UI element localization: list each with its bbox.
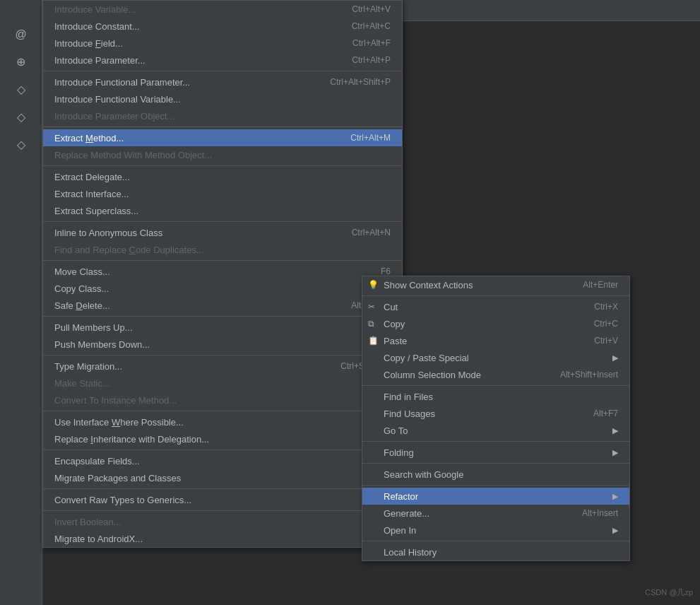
menu-sep-4	[43, 221, 402, 222]
menu-copy-class[interactable]: Copy Class... F5	[43, 280, 402, 297]
menu-pull-members-up[interactable]: Pull Members Up...	[43, 319, 402, 336]
menu-r-paste[interactable]: 📋 Paste Ctrl+V	[362, 332, 629, 349]
menu-label-convert-raw-types: Convert Raw Types to Generics...	[54, 495, 191, 505]
menu-r-find-in-files[interactable]: Find in Files	[362, 388, 629, 405]
menu-label-migrate-packages: Migrate Packages and Classes	[54, 473, 181, 483]
menu-r-label-find-usages: Find Usages	[384, 409, 435, 419]
sidebar-icon-2[interactable]: ⊕	[16, 55, 25, 69]
menu-introduce-parameter-object[interactable]: Introduce Parameter Object...	[43, 107, 402, 124]
menu-replace-inheritance[interactable]: Replace Inheritance with Delegation...	[43, 430, 402, 447]
menu-r-find-usages[interactable]: Find Usages Alt+F7	[362, 405, 629, 422]
menu-label-pull-members-up: Pull Members Up...	[54, 322, 133, 333]
menu-r-generate[interactable]: Generate... Alt+Insert	[362, 505, 629, 522]
sidebar-icon-3[interactable]: ◇	[17, 83, 25, 96]
menu-label-introduce-field: Introduce Field...	[54, 38, 123, 49]
menu-convert-raw-types[interactable]: Convert Raw Types to Generics...	[43, 491, 402, 508]
menu-r-copy-paste-special[interactable]: Copy / Paste Special ▶	[362, 349, 629, 366]
menu-migrate-to-android[interactable]: Migrate to AndroidX...	[43, 530, 402, 547]
menu-shortcut-extract-method: Ctrl+Alt+M	[350, 133, 391, 143]
sidebar-icon-1[interactable]: @	[15, 28, 26, 41]
menu-introduce-functional-variable[interactable]: Introduce Functional Variable...	[43, 90, 402, 107]
cut-icon: ✂	[368, 302, 375, 312]
menu-introduce-variable[interactable]: Introduce Variable... Ctrl+Alt+V	[43, 1, 402, 18]
context-menu-right: 💡 Show Context Actions Alt+Enter ✂ Cut C…	[362, 276, 630, 561]
menu-r-arrow-refactor: ▶	[612, 492, 618, 501]
menu-encapsulate-fields[interactable]: Encapsulate Fields...	[43, 452, 402, 469]
menu-extract-interface[interactable]: Extract Interface...	[43, 185, 402, 202]
menu-r-open-in[interactable]: Open In ▶	[362, 522, 629, 539]
menu-r-column-selection[interactable]: Column Selection Mode Alt+Shift+Insert	[362, 366, 629, 383]
paste-icon: 📋	[368, 336, 379, 346]
menu-r-refactor[interactable]: Refactor ▶	[362, 488, 629, 505]
menu-label-convert-to-instance: Convert To Instance Method...	[54, 395, 177, 406]
menu-r-label-find-in-files: Find in Files	[384, 392, 433, 402]
menu-introduce-functional-parameter[interactable]: Introduce Functional Parameter... Ctrl+A…	[43, 74, 402, 90]
menu-label-type-migration: Type Migration...	[54, 361, 122, 372]
menu-label-extract-delegate: Extract Delegate...	[54, 172, 130, 182]
sidebar-icon-4[interactable]: ◇	[17, 110, 25, 124]
menu-r-folding[interactable]: Folding ▶	[362, 444, 629, 461]
menu-invert-boolean[interactable]: Invert Boolean...	[43, 513, 402, 530]
menu-r-arrow-go-to: ▶	[612, 426, 618, 435]
menu-shortcut-introduce-variable: Ctrl+Alt+V	[352, 4, 391, 14]
menu-extract-superclass[interactable]: Extract Superclass...	[43, 202, 402, 219]
menu-introduce-constant[interactable]: Introduce Constant... Ctrl+Alt+C	[43, 18, 402, 35]
menu-extract-delegate[interactable]: Extract Delegate...	[43, 168, 402, 185]
menu-sep-3	[43, 165, 402, 166]
menu-r-sep-6	[362, 541, 629, 541]
menu-label-migrate-to-android: Migrate to AndroidX...	[54, 534, 143, 544]
menu-r-label-generate: Generate...	[384, 508, 429, 519]
sidebar-icon-5[interactable]: ◇	[17, 138, 25, 151]
menu-push-members-down[interactable]: Push Members Down...	[43, 336, 402, 353]
menu-label-introduce-variable: Introduce Variable...	[54, 4, 136, 15]
menu-label-make-static: Make Static...	[54, 378, 110, 389]
menu-safe-delete[interactable]: Safe Delete... Alt+Delete	[43, 297, 402, 314]
menu-migrate-packages[interactable]: Migrate Packages and Classes ▶	[43, 469, 402, 486]
menu-introduce-field[interactable]: Introduce Field... Ctrl+Alt+F	[43, 35, 402, 52]
menu-r-go-to[interactable]: Go To ▶	[362, 422, 629, 439]
watermark: CSDN @几zp	[645, 587, 693, 598]
menu-type-migration[interactable]: Type Migration... Ctrl+Shift+F6	[43, 358, 402, 375]
menu-r-show-context-actions[interactable]: 💡 Show Context Actions Alt+Enter	[362, 276, 629, 293]
menu-extract-method[interactable]: Extract Method... Ctrl+Alt+M	[43, 129, 402, 146]
menu-r-label-go-to: Go To	[384, 425, 408, 436]
menu-r-label-show-context-actions: Show Context Actions	[384, 280, 473, 290]
menu-r-local-history[interactable]: Local History	[362, 544, 629, 560]
menu-r-shortcut-paste: Ctrl+V	[594, 336, 618, 346]
menu-move-class[interactable]: Move Class... F6	[43, 263, 402, 280]
menu-find-replace-duplicates[interactable]: Find and Replace Code Duplicates...	[43, 241, 402, 258]
menu-r-shortcut-column-selection: Alt+Shift+Insert	[560, 370, 618, 380]
menu-shortcut-inline-anonymous: Ctrl+Alt+N	[352, 228, 391, 237]
menu-label-replace-inheritance: Replace Inheritance with Delegation...	[54, 434, 209, 445]
menu-shortcut-introduce-parameter: Ctrl+Alt+P	[352, 55, 391, 65]
menu-shortcut-introduce-functional-parameter: Ctrl+Alt+Shift+P	[330, 77, 391, 87]
menu-make-static[interactable]: Make Static...	[43, 375, 402, 392]
menu-sep-10	[43, 488, 402, 489]
menu-r-label-paste: Paste	[384, 336, 407, 346]
menu-r-sep-5	[362, 485, 629, 486]
menu-label-introduce-parameter: Introduce Parameter...	[54, 55, 146, 66]
menu-replace-method[interactable]: Replace Method With Method Object...	[43, 146, 402, 163]
menu-label-introduce-functional-parameter: Introduce Functional Parameter...	[54, 77, 190, 88]
menu-convert-to-instance[interactable]: Convert To Instance Method...	[43, 392, 402, 409]
menu-label-introduce-functional-variable: Introduce Functional Variable...	[54, 94, 181, 105]
menu-r-shortcut-copy: Ctrl+C	[594, 319, 618, 329]
menu-r-search-google[interactable]: Search with Google	[362, 466, 629, 483]
menu-sep-6	[43, 316, 402, 317]
menu-label-find-replace-duplicates: Find and Replace Code Duplicates...	[54, 245, 204, 255]
menu-r-cut[interactable]: ✂ Cut Ctrl+X	[362, 298, 629, 315]
menu-shortcut-introduce-field: Ctrl+Alt+F	[352, 38, 391, 48]
menu-r-label-folding: Folding	[384, 447, 414, 458]
menu-introduce-parameter[interactable]: Introduce Parameter... Ctrl+Alt+P	[43, 52, 402, 69]
menu-r-label-local-history: Local History	[384, 547, 437, 558]
menu-r-label-column-selection: Column Selection Mode	[384, 370, 481, 380]
menu-r-label-open-in: Open In	[384, 525, 416, 536]
menu-inline-anonymous[interactable]: Inline to Anonymous Class Ctrl+Alt+N	[43, 224, 402, 241]
menu-r-sep-4	[362, 463, 629, 464]
menu-label-encapsulate-fields: Encapsulate Fields...	[54, 456, 140, 466]
menu-use-interface[interactable]: Use Interface Where Possible...	[43, 413, 402, 430]
menu-shortcut-move-class: F6	[381, 266, 391, 276]
menu-label-move-class: Move Class...	[54, 266, 110, 277]
context-menu-left: Introduce Variable... Ctrl+Alt+V Introdu…	[42, 0, 403, 548]
menu-r-copy[interactable]: ⧉ Copy Ctrl+C	[362, 315, 629, 332]
